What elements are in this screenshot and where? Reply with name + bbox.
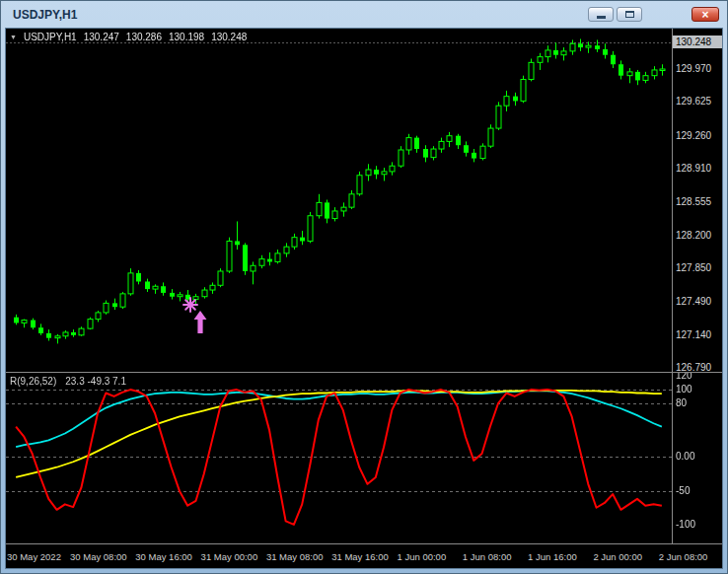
- time-label: 30 May 2022: [7, 551, 61, 562]
- main-chart-canvas[interactable]: [6, 29, 672, 372]
- window-buttons: ×: [588, 7, 719, 22]
- price-axis[interactable]: 130.248 129.970129.625129.260128.910128.…: [672, 29, 722, 372]
- time-label: 31 May 08:00: [266, 551, 324, 562]
- titlebar[interactable]: USDJPY,H1 ×: [1, 1, 727, 28]
- indicator-tick: 80: [676, 397, 687, 408]
- main-chart-row: ▼ USDJPY,H1 130.247 130.286 130.198 130.…: [6, 29, 722, 372]
- time-axis[interactable]: 30 May 202230 May 08:0030 May 16:0031 Ma…: [6, 544, 722, 568]
- time-label: 30 May 08:00: [70, 551, 127, 562]
- time-label: 1 Jun 16:00: [528, 551, 577, 562]
- price-tick: 129.260: [676, 130, 711, 141]
- indicator-tick: 0.00: [676, 451, 694, 462]
- chart-area: ▼ USDJPY,H1 130.247 130.286 130.198 130.…: [5, 28, 723, 569]
- indicator-panel[interactable]: R(9,26,52) 23.3 -49.3 7.1: [6, 373, 672, 543]
- price-tick: 128.910: [676, 163, 711, 174]
- collapse-arrow-icon[interactable]: ▼: [10, 34, 17, 40]
- indicator-axis[interactable]: 120100800.00-50-100: [672, 373, 722, 543]
- price-tick: 128.200: [676, 230, 711, 241]
- minimize-button[interactable]: [588, 7, 614, 22]
- maximize-button[interactable]: [617, 7, 642, 22]
- time-label: 1 Jun 00:00: [398, 551, 447, 562]
- main-chart[interactable]: ▼ USDJPY,H1 130.247 130.286 130.198 130.…: [6, 29, 672, 372]
- price-tick: 127.490: [676, 296, 711, 307]
- price-tick: 128.555: [676, 196, 711, 207]
- price-tick: 129.970: [676, 63, 711, 74]
- window-title: USDJPY,H1: [1, 8, 77, 22]
- price-tick: 129.625: [676, 96, 711, 107]
- chart-window: USDJPY,H1 × ▼ USDJPY,H1 130.247 130.286 …: [0, 0, 728, 574]
- up-arrow-marker-icon[interactable]: [193, 311, 207, 334]
- maximize-icon: [625, 11, 634, 18]
- time-label: 31 May 00:00: [201, 551, 258, 562]
- close-button[interactable]: ×: [692, 7, 719, 22]
- indicator-canvas[interactable]: [6, 373, 672, 543]
- time-label: 1 Jun 08:00: [463, 551, 512, 562]
- current-price-label: 130.248: [673, 36, 722, 48]
- close-icon: ×: [701, 9, 708, 21]
- minimize-icon: [597, 16, 606, 19]
- indicator-tick: 100: [676, 384, 692, 395]
- price-tick: 127.140: [676, 329, 711, 340]
- indicator-tick: -50: [676, 485, 690, 496]
- time-label: 31 May 16:00: [331, 551, 389, 562]
- indicator-tick: -100: [676, 519, 695, 530]
- time-label: 2 Jun 00:00: [593, 551, 642, 562]
- time-label: 2 Jun 08:00: [659, 551, 708, 562]
- indicator-row: R(9,26,52) 23.3 -49.3 7.1 120100800.00-5…: [6, 373, 722, 543]
- indicator-tick: 120: [676, 373, 692, 381]
- time-label: 30 May 16:00: [135, 551, 192, 562]
- price-tick: 127.850: [676, 262, 711, 273]
- price-tick: 126.790: [676, 362, 711, 372]
